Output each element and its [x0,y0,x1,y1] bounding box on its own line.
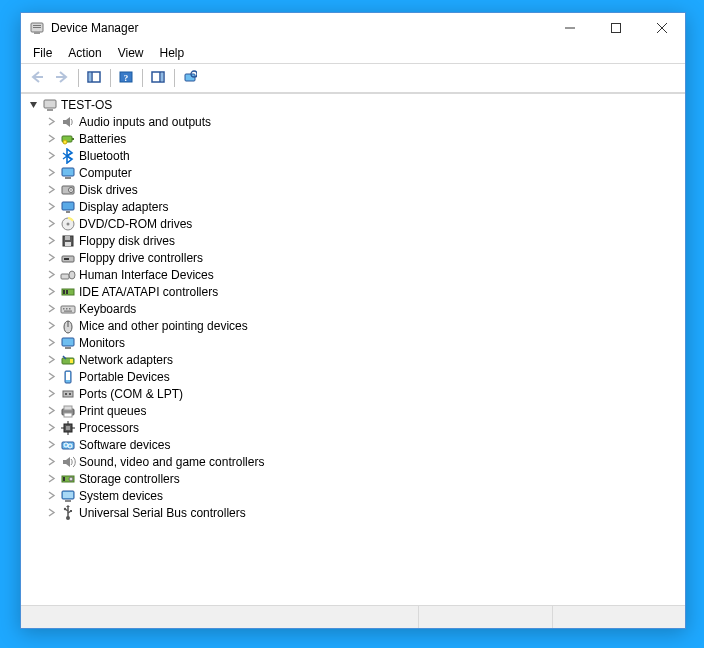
chevron-right-icon[interactable] [43,148,59,164]
chevron-right-icon[interactable] [43,233,59,249]
tree-category[interactable]: Display adapters [23,198,685,215]
chevron-right-icon[interactable] [43,250,59,266]
tree-category-label: Display adapters [79,200,168,214]
chevron-right-icon[interactable] [43,114,59,130]
svg-rect-77 [65,500,71,502]
svg-rect-37 [64,258,69,260]
tree-category[interactable]: Keyboards [23,300,685,317]
tree-category-label: Batteries [79,132,126,146]
arrow-left-icon [30,70,44,87]
tree-category[interactable]: Mice and other pointing devices [23,317,685,334]
svg-rect-62 [64,413,72,417]
chevron-right-icon[interactable] [43,420,59,436]
tree-category[interactable]: Disk drives [23,181,685,198]
svg-rect-47 [64,310,72,311]
svg-rect-24 [62,168,74,176]
tree-category-label: Human Interface Devices [79,268,214,282]
chevron-right-icon[interactable] [43,165,59,181]
chevron-right-icon[interactable] [43,284,59,300]
device-tree[interactable]: TEST-OS Audio inputs and outputsBatterie… [21,93,685,605]
bluetooth-icon [60,148,76,164]
menu-help[interactable]: Help [152,44,193,62]
arrow-right-icon [55,70,69,87]
menu-view[interactable]: View [110,44,152,62]
toolbar-show-tree-button[interactable] [82,66,106,90]
chevron-right-icon[interactable] [43,437,59,453]
tree-category[interactable]: System devices [23,487,685,504]
svg-rect-57 [63,391,73,397]
minimize-button[interactable] [547,13,593,43]
svg-rect-50 [62,338,74,346]
window-title: Device Manager [51,21,138,35]
tree-category[interactable]: IDE ATA/ATAPI controllers [23,283,685,300]
tree-category[interactable]: Bluetooth [23,147,685,164]
floppyctrl-icon [60,250,76,266]
toolbar-action-button[interactable] [146,66,170,90]
usb-icon [60,505,76,521]
tree-category[interactable]: Storage controllers [23,470,685,487]
svg-rect-44 [63,308,65,310]
chevron-right-icon[interactable] [43,335,59,351]
tree-root[interactable]: TEST-OS [23,96,685,113]
chevron-right-icon[interactable] [43,182,59,198]
tree-category[interactable]: Sound, video and game controllers [23,453,685,470]
ide-icon [60,284,76,300]
chevron-right-icon[interactable] [43,403,59,419]
toolbar-help-button[interactable]: ? [114,66,138,90]
tree-category[interactable]: Human Interface Devices [23,266,685,283]
chevron-right-icon[interactable] [43,488,59,504]
toolbar-scan-button[interactable] [178,66,202,90]
network-icon [60,352,76,368]
tree-category[interactable]: Floppy disk drives [23,232,685,249]
hid-icon [60,267,76,283]
svg-rect-45 [66,308,68,310]
chevron-right-icon[interactable] [43,386,59,402]
tree-category[interactable]: Portable Devices [23,368,685,385]
tree-category[interactable]: Universal Serial Bus controllers [23,504,685,521]
chevron-right-icon[interactable] [43,267,59,283]
tree-category[interactable]: Print queues [23,402,685,419]
system-icon [60,488,76,504]
chevron-right-icon[interactable] [43,216,59,232]
tree-category-label: IDE ATA/ATAPI controllers [79,285,218,299]
status-cell [418,606,551,628]
tree-category[interactable]: Software devices [23,436,685,453]
chevron-right-icon[interactable] [43,131,59,147]
chevron-right-icon[interactable] [43,471,59,487]
tree-category-label: Monitors [79,336,125,350]
mouse-icon [60,318,76,334]
tree-category[interactable]: Computer [23,164,685,181]
maximize-button[interactable] [593,13,639,43]
disk-icon [60,182,76,198]
tree-root-label: TEST-OS [61,98,112,112]
tree-category[interactable]: DVD/CD-ROM drives [23,215,685,232]
close-button[interactable] [639,13,685,43]
svg-point-39 [69,271,75,279]
tree-category[interactable]: Floppy drive controllers [23,249,685,266]
app-icon [29,20,45,36]
menu-file[interactable]: File [25,44,60,62]
svg-text:?: ? [124,72,129,82]
chevron-right-icon[interactable] [43,199,59,215]
chevron-down-icon[interactable] [25,97,41,113]
toolbar-back-button [25,66,49,90]
chevron-right-icon[interactable] [43,318,59,334]
tree-category-label: Sound, video and game controllers [79,455,264,469]
tree-category[interactable]: Audio inputs and outputs [23,113,685,130]
tree-category[interactable]: Monitors [23,334,685,351]
chevron-right-icon[interactable] [43,352,59,368]
tree-category[interactable]: Ports (COM & LPT) [23,385,685,402]
tree-category[interactable]: Network adapters [23,351,685,368]
menu-action[interactable]: Action [60,44,109,62]
chevron-right-icon[interactable] [43,369,59,385]
tree-category[interactable]: Batteries [23,130,685,147]
svg-rect-5 [612,24,621,33]
toolbar-separator [78,69,79,87]
chevron-right-icon[interactable] [43,301,59,317]
svg-rect-61 [64,406,72,410]
status-cell [552,606,685,628]
svg-rect-2 [33,27,41,28]
chevron-right-icon[interactable] [43,505,59,521]
chevron-right-icon[interactable] [43,454,59,470]
tree-category[interactable]: Processors [23,419,685,436]
